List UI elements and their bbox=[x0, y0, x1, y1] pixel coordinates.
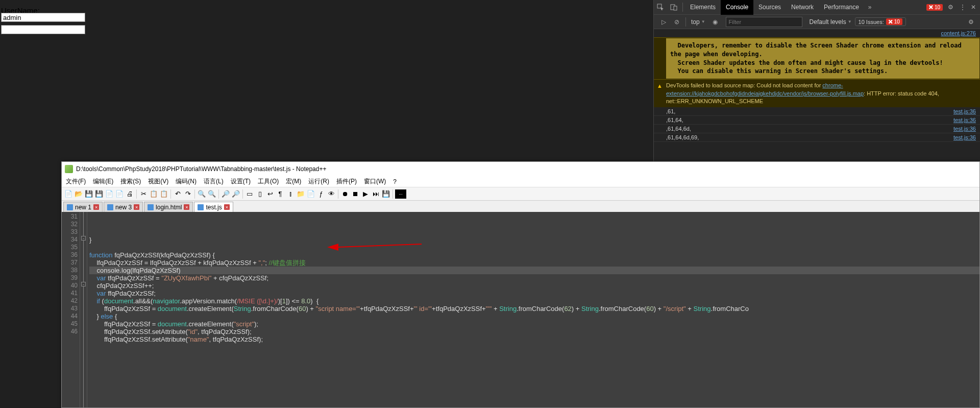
show-all-chars-icon[interactable]: ¶ bbox=[276, 189, 285, 199]
devtools-tab-performance[interactable]: Performance bbox=[819, 0, 864, 15]
code-line[interactable]: } bbox=[89, 236, 979, 244]
fold-column[interactable]: - - bbox=[80, 212, 87, 407]
cut-icon[interactable]: ✂ bbox=[139, 189, 148, 199]
editor-tab[interactable]: login.html× bbox=[144, 202, 193, 212]
device-icon[interactable] bbox=[670, 4, 677, 11]
tab-close-icon[interactable]: × bbox=[93, 204, 99, 210]
menu-item[interactable]: 文件(F) bbox=[64, 176, 88, 187]
menu-item[interactable]: 编辑(E) bbox=[91, 176, 115, 187]
tab-close-icon[interactable]: × bbox=[134, 204, 139, 210]
devtools-tab-console[interactable]: Console bbox=[721, 0, 753, 15]
password-input[interactable] bbox=[1, 25, 85, 34]
code-line[interactable]: var tfqPdaQzXzSSf = "ZUyQXfawhPbi" + cfq… bbox=[89, 274, 979, 282]
print-icon[interactable]: 🖨 bbox=[125, 189, 134, 199]
indent-guide-icon[interactable]: ⫿ bbox=[286, 189, 295, 199]
editor-tab[interactable]: new 3× bbox=[104, 202, 143, 212]
code-line[interactable]: var ffqPdaQzXzSSf; bbox=[89, 290, 979, 297]
kebab-icon[interactable]: ⋮ bbox=[960, 4, 966, 11]
code-line[interactable]: ffqPdaQzXzSSf.setAttribute("name", tfqPd… bbox=[89, 335, 979, 343]
play-icon[interactable]: ▷ bbox=[660, 18, 667, 26]
tab-close-icon[interactable]: × bbox=[184, 204, 189, 210]
code-line[interactable]: if (document.all&&(navigator.appVersion.… bbox=[89, 297, 979, 305]
code-line[interactable]: lfqPdaQzXzSSf = lfqPdaQzXzSSf + kfqPdaQz… bbox=[89, 259, 979, 267]
record-icon[interactable]: ⏺ bbox=[340, 189, 350, 199]
zoom-in-icon[interactable]: 🔎 bbox=[221, 189, 230, 199]
close-all-icon[interactable]: 📄 bbox=[115, 189, 124, 199]
save-all-icon[interactable]: 💾 bbox=[94, 189, 104, 199]
paste-icon[interactable]: 📋 bbox=[159, 189, 168, 199]
replace-icon[interactable]: 🔍 bbox=[207, 189, 216, 199]
play-macro-icon[interactable]: ▶ bbox=[361, 189, 370, 199]
issues-button[interactable]: 10 Issues:10 bbox=[855, 17, 906, 26]
clear-icon[interactable]: ⊘ bbox=[673, 18, 680, 26]
more-tabs-icon[interactable]: » bbox=[864, 4, 876, 11]
menu-item[interactable]: 工具(O) bbox=[256, 176, 281, 187]
save-macro-icon[interactable]: 💾 bbox=[381, 189, 390, 199]
doc-map-icon[interactable]: 📄 bbox=[306, 189, 315, 199]
find-icon[interactable]: 🔍 bbox=[197, 189, 206, 199]
menu-item[interactable]: 运行(R) bbox=[306, 176, 331, 187]
menu-item[interactable]: 窗口(W) bbox=[362, 176, 388, 187]
zoom-out-icon[interactable]: 🔎 bbox=[231, 189, 240, 199]
source-link[interactable]: content.js:276 bbox=[654, 29, 980, 37]
console-gear-icon[interactable]: ⚙ bbox=[968, 18, 974, 26]
wrap-icon[interactable]: ↩ bbox=[265, 189, 275, 199]
menu-item[interactable]: ? bbox=[391, 177, 399, 186]
devtools-tab-sources[interactable]: Sources bbox=[753, 0, 786, 15]
code-line[interactable]: console.log(lfqPdaQzXzSSf) bbox=[89, 267, 979, 274]
error-badge[interactable]: 10 bbox=[926, 4, 943, 11]
monitor-icon[interactable]: 👁 bbox=[327, 189, 336, 199]
menu-item[interactable]: 宏(M) bbox=[284, 176, 303, 187]
fold-box-icon[interactable]: - bbox=[81, 282, 86, 286]
editor-tab[interactable]: new 1× bbox=[63, 202, 103, 212]
log-source-link[interactable]: test.js:36 bbox=[953, 134, 976, 140]
editor-tab[interactable]: test.js× bbox=[194, 202, 233, 212]
folder-icon[interactable]: 📁 bbox=[296, 189, 305, 199]
code-line[interactable] bbox=[89, 244, 979, 251]
tab-close-icon[interactable]: × bbox=[224, 204, 230, 210]
sync-v-icon[interactable]: ▭ bbox=[245, 189, 254, 199]
levels-select[interactable]: Default levels▼ bbox=[806, 18, 855, 26]
menu-item[interactable]: 视图(V) bbox=[146, 176, 170, 187]
devtools-tab-elements[interactable]: Elements bbox=[685, 0, 721, 15]
inspect-icon[interactable] bbox=[657, 4, 664, 11]
stop-icon[interactable]: ⏹ bbox=[351, 189, 360, 199]
context-select[interactable]: top▼ bbox=[688, 18, 708, 26]
menu-item[interactable]: 设置(T) bbox=[229, 176, 253, 187]
devtools-tab-network[interactable]: Network bbox=[786, 0, 819, 15]
log-source-link[interactable]: test.js:36 bbox=[953, 126, 976, 132]
menu-item[interactable]: 插件(P) bbox=[334, 176, 359, 187]
redo-icon[interactable]: ↷ bbox=[183, 189, 192, 199]
code-content[interactable]: } function fqPdaQzXzSSf(kfqPdaQzXzSSf) {… bbox=[87, 212, 979, 407]
copy-icon[interactable]: 📋 bbox=[149, 189, 158, 199]
undo-icon[interactable]: ↶ bbox=[173, 189, 182, 199]
filter-input[interactable] bbox=[726, 17, 802, 27]
code-line[interactable]: function fqPdaQzXzSSf(kfqPdaQzXzSSf) { bbox=[89, 251, 979, 259]
close-icon[interactable]: ✕ bbox=[971, 4, 976, 11]
code-line[interactable]: ffqPdaQzXzSSf = document.createElement("… bbox=[89, 320, 979, 328]
code-line[interactable]: cfqPdaQzXzSSf++; bbox=[89, 282, 979, 290]
close-file-icon[interactable]: 📄 bbox=[105, 189, 114, 199]
log-source-link[interactable]: test.js:36 bbox=[953, 117, 976, 123]
code-line[interactable]: ffqPdaQzXzSSf.setAttribute("id", tfqPdaQ… bbox=[89, 328, 979, 335]
username-input[interactable] bbox=[1, 13, 85, 22]
window-titlebar[interactable]: D:\tools\Common\PhpStudy2018\PHPTutorial… bbox=[62, 162, 979, 176]
menu-item[interactable]: 搜索(S) bbox=[118, 176, 143, 187]
menu-item[interactable]: 编码(N) bbox=[174, 176, 199, 187]
gear-icon[interactable]: ⚙ bbox=[948, 4, 953, 11]
editor-area[interactable]: 31323334353637383940414243444546 - - } f… bbox=[62, 212, 979, 407]
code-line[interactable] bbox=[89, 228, 979, 236]
code-line[interactable]: ffqPdaQzXzSSf = document.createElement(S… bbox=[89, 305, 979, 313]
sync-h-icon[interactable]: ▯ bbox=[255, 189, 264, 199]
play-multi-icon[interactable]: ⏭ bbox=[371, 189, 380, 199]
log-source-link[interactable]: test.js:36 bbox=[953, 108, 976, 114]
eye-icon[interactable]: ◉ bbox=[712, 18, 719, 26]
fold-box-icon[interactable]: - bbox=[81, 236, 86, 241]
plugin-icon[interactable]: ··· bbox=[395, 189, 406, 199]
code-line[interactable] bbox=[89, 343, 979, 351]
menu-item[interactable]: 语言(L) bbox=[202, 176, 226, 187]
save-icon[interactable]: 💾 bbox=[84, 189, 93, 199]
code-line[interactable]: } else { bbox=[89, 313, 979, 320]
open-file-icon[interactable]: 📂 bbox=[74, 189, 83, 199]
new-file-icon[interactable]: 📄 bbox=[64, 189, 73, 199]
